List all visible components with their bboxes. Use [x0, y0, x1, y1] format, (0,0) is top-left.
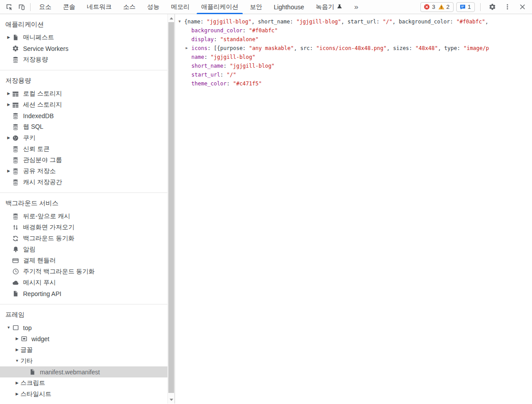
- json-row-theme-color[interactable]: theme_color: "#c471f5": [175, 79, 532, 88]
- tree-collapsed-icon[interactable]: ▶: [14, 377, 20, 389]
- device-toolbar-icon[interactable]: [15, 1, 27, 13]
- sidebar-item-manifest[interactable]: ▶매니페스트: [0, 32, 167, 43]
- scrollbar-up-arrow-icon[interactable]: [168, 15, 175, 22]
- scrollbar-thumb[interactable]: [168, 22, 174, 393]
- tree-collapsed-icon[interactable]: ▶: [5, 165, 12, 177]
- sidebar-item-local-storage[interactable]: ▶로컬 스토리지: [0, 88, 167, 99]
- json-row-background-color[interactable]: background_color: "#f0abfc": [175, 26, 532, 35]
- sidebar-item-manifest-webmanifest[interactable]: manifest.webmanifest: [0, 366, 167, 377]
- tree-collapsed-icon[interactable]: ▶: [5, 132, 12, 143]
- sidebar-item-web-sql[interactable]: 웹 SQL: [0, 121, 167, 132]
- json-row-icons[interactable]: ▶icons: [{purpose: "any maskable", src: …: [175, 44, 532, 53]
- sidebar-item-back-forward-cache[interactable]: 뒤로-앞으로 캐시: [0, 211, 167, 222]
- tab-lighthouse[interactable]: Lighthouse: [268, 0, 310, 14]
- sidebar-item-stylesheets[interactable]: ▶스타일시트: [0, 389, 167, 400]
- database-icon: [12, 179, 19, 186]
- sidebar-scrollbar[interactable]: [167, 14, 175, 404]
- sidebar-item-background-fetch[interactable]: 배경화면 가져오기: [0, 222, 167, 233]
- sidebar-item-cache-storage[interactable]: 캐시 저장공간: [0, 177, 167, 188]
- tab-security[interactable]: 보안: [244, 0, 268, 14]
- sidebar-item-service-workers[interactable]: Service Workers: [0, 43, 167, 54]
- tree-expanded-icon[interactable]: ▼: [14, 355, 20, 366]
- tree-collapsed-icon[interactable]: ▶: [5, 99, 12, 110]
- sidebar-item-payment-handler[interactable]: 결제 핸들러: [0, 255, 167, 266]
- tab-network[interactable]: 네트워크: [81, 0, 117, 14]
- sidebar-item-trust-tokens[interactable]: 신뢰 토큰: [0, 143, 167, 154]
- sidebar-item-fonts[interactable]: ▶글꼴: [0, 344, 167, 355]
- json-row-short-name[interactable]: short_name: "jgjgill-blog": [175, 62, 532, 70]
- message-count: 1: [468, 4, 471, 10]
- sidebar-item-background-sync-label: 백그라운드 동기화: [23, 235, 74, 242]
- kebab-menu-icon[interactable]: [501, 1, 513, 13]
- sidebar-item-storage-label: 저장용량: [23, 56, 48, 64]
- sidebar-item-manifest-webmanifest-label: manifest.webmanifest: [40, 369, 100, 376]
- sidebar-item-push-messaging-label: 메시지 푸시: [23, 279, 56, 287]
- error-count: 3: [432, 4, 435, 10]
- tab-application-label: 애플리케이션: [201, 3, 238, 11]
- gear-icon[interactable]: [486, 1, 498, 13]
- database-icon: [12, 213, 19, 220]
- inspect-cursor-icon[interactable]: [3, 1, 15, 13]
- tree-expanded-icon[interactable]: ▼: [5, 322, 12, 333]
- tab-sources-label: 소스: [123, 3, 136, 11]
- json-row-background-color-text: background_color: "#f0abfc": [191, 26, 278, 35]
- json-row-name[interactable]: name: "jgjgill-blog": [175, 53, 532, 62]
- toolbar-right-cluster: 3 2 1: [420, 1, 532, 13]
- sidebar-item-shared-storage-label: 공유 저장소: [23, 167, 56, 175]
- json-row-short-name-text: short_name: "jgjgill-blog": [191, 62, 275, 70]
- sidebar-item-periodic-background-sync[interactable]: 주기적 백그라운드 동기화: [0, 266, 167, 277]
- scrollbar-down-arrow-icon[interactable]: [168, 396, 175, 403]
- sidebar-item-background-sync[interactable]: 백그라운드 동기화: [0, 233, 167, 244]
- json-row-root[interactable]: ▼{name: "jgjgill-blog", short_name: "jgj…: [175, 17, 532, 26]
- sidebar-item-cache-storage-label: 캐시 저장공간: [23, 178, 62, 186]
- card-icon: [12, 257, 19, 264]
- sidebar-item-other[interactable]: ▼기타: [0, 355, 167, 366]
- sidebar-item-widget-frame[interactable]: ▶widget: [0, 333, 167, 344]
- tab-memory[interactable]: 메모리: [165, 0, 195, 14]
- sidebar-item-cookies-label: 쿠키: [23, 134, 35, 142]
- tab-performance[interactable]: 성능: [141, 0, 165, 14]
- sidebar-item-reporting-api[interactable]: Reporting API: [0, 288, 167, 299]
- close-icon[interactable]: [516, 1, 528, 13]
- tab-console[interactable]: 콘솔: [57, 0, 81, 14]
- tree-collapsed-icon[interactable]: ▶: [186, 44, 191, 53]
- tab-performance-label: 성능: [147, 3, 159, 11]
- sidebar-item-storage[interactable]: 저장용량: [0, 54, 167, 65]
- json-row-start-url[interactable]: start_url: "/": [175, 70, 532, 79]
- messages-badge[interactable]: 1: [456, 2, 475, 12]
- sidebar-section-title: 백그라운드 서비스: [0, 197, 167, 211]
- tree-collapsed-icon[interactable]: ▶: [5, 32, 12, 43]
- tree-collapsed-icon[interactable]: ▶: [5, 88, 12, 99]
- tree-expanded-icon[interactable]: ▼: [179, 17, 184, 26]
- document-icon: [29, 369, 36, 376]
- expander-spacer: [186, 35, 191, 44]
- sidebar-section-title: 프레임: [0, 308, 167, 322]
- sidebar-item-top-frame[interactable]: ▼top: [0, 322, 167, 333]
- tree-collapsed-icon[interactable]: ▶: [14, 389, 20, 400]
- sidebar-item-session-storage[interactable]: ▶세션 스토리지: [0, 99, 167, 110]
- sidebar-item-shared-storage[interactable]: ▶공유 저장소: [0, 165, 167, 177]
- tab-elements[interactable]: 요소: [33, 0, 57, 14]
- issues-badge[interactable]: 3 2: [420, 2, 453, 12]
- more-tabs-button[interactable]: »: [348, 3, 365, 12]
- sync-icon: [12, 235, 19, 242]
- sidebar-item-notifications[interactable]: 알림: [0, 244, 167, 255]
- tab-recorder[interactable]: 녹음기: [310, 0, 348, 14]
- sidebar-item-indexeddb[interactable]: IndexedDB: [0, 110, 167, 121]
- tab-network-label: 네트워크: [87, 3, 112, 11]
- tree-collapsed-icon[interactable]: ▶: [14, 344, 20, 355]
- error-icon: [423, 4, 430, 10]
- database-icon: [12, 56, 19, 63]
- sidebar-item-scripts[interactable]: ▶스크립트: [0, 377, 167, 389]
- sidebar-item-interest-groups[interactable]: 관심분야 그룹: [0, 154, 167, 165]
- sidebar-item-cookies[interactable]: ▶쿠키: [0, 132, 167, 143]
- tree-collapsed-icon[interactable]: ▶: [14, 333, 20, 344]
- sidebar-item-interest-groups-label: 관심분야 그룹: [23, 156, 62, 164]
- tab-sources[interactable]: 소스: [117, 0, 141, 14]
- tab-application[interactable]: 애플리케이션: [195, 0, 244, 14]
- sidebar-item-push-messaging[interactable]: 메시지 푸시: [0, 277, 167, 288]
- warning-icon: [438, 4, 445, 10]
- json-row-name-text: name: "jgjgill-blog": [191, 53, 256, 62]
- tab-elements-label: 요소: [39, 3, 51, 11]
- json-row-display[interactable]: display: "standalone": [175, 35, 532, 44]
